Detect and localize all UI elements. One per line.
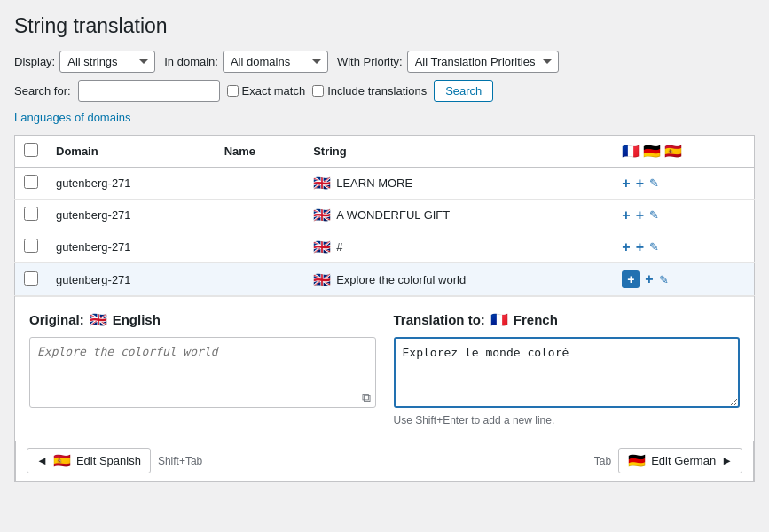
row-string-2: 🇬🇧 A WONDERFUL GIFT xyxy=(304,200,613,231)
exact-match-checkbox[interactable] xyxy=(227,85,239,97)
row-name-4 xyxy=(216,263,305,296)
add-de-4[interactable]: + xyxy=(645,272,653,286)
original-title: Original: 🇬🇧 English xyxy=(29,311,376,328)
table-row: gutenberg-271 🇬🇧 # + + ✎ xyxy=(15,231,755,263)
col-flags: 🇫🇷 🇩🇪 🇪🇸 xyxy=(613,136,754,168)
domain-select[interactable]: All domainsgutenberg-271 xyxy=(223,51,328,73)
expanded-panel: Original: 🇬🇧 English ⧉ xyxy=(15,296,754,441)
add-de-1[interactable]: + xyxy=(636,176,644,191)
col-domain: Domain xyxy=(47,136,216,168)
exact-match-label[interactable]: Exact match xyxy=(227,84,306,98)
uk-flag-2: 🇬🇧 xyxy=(313,207,331,223)
row-checkbox-3[interactable] xyxy=(24,239,38,253)
include-translations-checkbox[interactable] xyxy=(312,85,324,97)
copy-icon[interactable]: ⧉ xyxy=(362,390,371,405)
prev-arrow-icon: ◄ xyxy=(36,454,48,467)
page-title: String translation xyxy=(14,14,755,38)
edit-1[interactable]: ✎ xyxy=(649,176,659,190)
tab-label: Tab xyxy=(594,455,611,467)
add-de-2[interactable]: + xyxy=(636,208,644,223)
strings-table: Domain Name String 🇫🇷 🇩🇪 🇪🇸 gutenberg-27… xyxy=(14,135,755,482)
original-text xyxy=(29,337,376,408)
row-domain-3: gutenberg-271 xyxy=(47,231,216,263)
original-section: Original: 🇬🇧 English ⧉ xyxy=(29,311,376,426)
priority-label: With Priority: xyxy=(337,55,403,68)
es-flag-nav: 🇪🇸 xyxy=(53,452,71,469)
table-row-expanded-trigger: gutenberg-271 🇬🇧 Explore the colorful wo… xyxy=(15,263,755,296)
es-flag-header: 🇪🇸 xyxy=(664,144,682,159)
table-row: gutenberg-271 🇬🇧 A WONDERFUL GIFT + + ✎ xyxy=(15,200,755,231)
translation-nav-bar: ◄ 🇪🇸 Edit Spanish Shift+Tab Tab 🇩🇪 Edit … xyxy=(15,441,754,481)
translation-title: Translation to: 🇫🇷 French xyxy=(394,311,741,328)
display-label: Display: xyxy=(14,55,55,68)
row-name-3 xyxy=(216,231,305,263)
row-domain-2: gutenberg-271 xyxy=(47,200,216,231)
row-string-4: 🇬🇧 Explore the colorful world xyxy=(304,263,613,296)
row-checkbox-4[interactable] xyxy=(24,271,38,286)
uk-flag-4: 🇬🇧 xyxy=(313,271,331,288)
add-de-3[interactable]: + xyxy=(636,240,644,254)
languages-link[interactable]: Languages of domains xyxy=(14,111,131,124)
display-select[interactable]: All stringsTranslatedUntranslated xyxy=(59,51,155,73)
row-actions-4: + + ✎ xyxy=(613,263,754,296)
edit-3[interactable]: ✎ xyxy=(649,240,659,254)
edit-4[interactable]: ✎ xyxy=(659,273,669,286)
domain-label: In domain: xyxy=(164,55,218,68)
edit-2[interactable]: ✎ xyxy=(649,208,659,222)
fr-flag-header: 🇫🇷 xyxy=(622,144,640,159)
row-actions-1: + + ✎ xyxy=(613,168,754,200)
add-fr-4-blue[interactable]: + xyxy=(622,270,640,288)
col-string: String xyxy=(304,136,613,168)
uk-flag-1: 🇬🇧 xyxy=(313,175,331,192)
expanded-translation-row: Original: 🇬🇧 English ⧉ xyxy=(15,296,755,482)
translation-input[interactable] xyxy=(394,337,741,408)
de-flag-nav: 🇩🇪 xyxy=(628,452,646,469)
row-domain-1: gutenberg-271 xyxy=(47,168,216,200)
next-arrow-icon: ► xyxy=(721,454,733,467)
translation-hint: Use Shift+Enter to add a new line. xyxy=(394,414,741,426)
next-language-button[interactable]: 🇩🇪 Edit German ► xyxy=(618,448,742,473)
row-checkbox-2[interactable] xyxy=(24,207,38,221)
row-name-2 xyxy=(216,200,305,231)
row-actions-3: + + ✎ xyxy=(613,231,754,263)
row-name-1 xyxy=(216,168,305,200)
select-all-checkbox[interactable] xyxy=(24,143,38,157)
shift-tab-label: Shift+Tab xyxy=(158,455,202,467)
de-flag-header: 🇩🇪 xyxy=(643,144,661,159)
table-row: gutenberg-271 🇬🇧 LEARN MORE + + ✎ xyxy=(15,168,755,200)
add-fr-2[interactable]: + xyxy=(622,208,630,223)
translation-section: Translation to: 🇫🇷 French Use Shift+Ente… xyxy=(394,311,741,426)
row-domain-4: gutenberg-271 xyxy=(47,263,216,296)
row-actions-2: + + ✎ xyxy=(613,200,754,231)
prev-language-button[interactable]: ◄ 🇪🇸 Edit Spanish xyxy=(27,448,151,473)
add-fr-1[interactable]: + xyxy=(622,176,630,191)
col-name: Name xyxy=(216,136,305,168)
search-label: Search for: xyxy=(14,84,71,98)
search-input[interactable] xyxy=(78,80,220,102)
priority-select[interactable]: All Translation PrioritiesHighNormalLow xyxy=(407,51,559,73)
add-fr-3[interactable]: + xyxy=(622,240,630,254)
search-button[interactable]: Search xyxy=(434,80,493,102)
row-string-1: 🇬🇧 LEARN MORE xyxy=(304,168,613,200)
uk-flag-3: 🇬🇧 xyxy=(313,239,331,255)
en-flag-original: 🇬🇧 xyxy=(90,311,107,328)
row-checkbox-1[interactable] xyxy=(24,175,38,189)
fr-flag-translation: 🇫🇷 xyxy=(490,311,508,328)
row-string-3: 🇬🇧 # xyxy=(304,231,613,263)
include-translations-label[interactable]: Include translations xyxy=(312,84,427,98)
